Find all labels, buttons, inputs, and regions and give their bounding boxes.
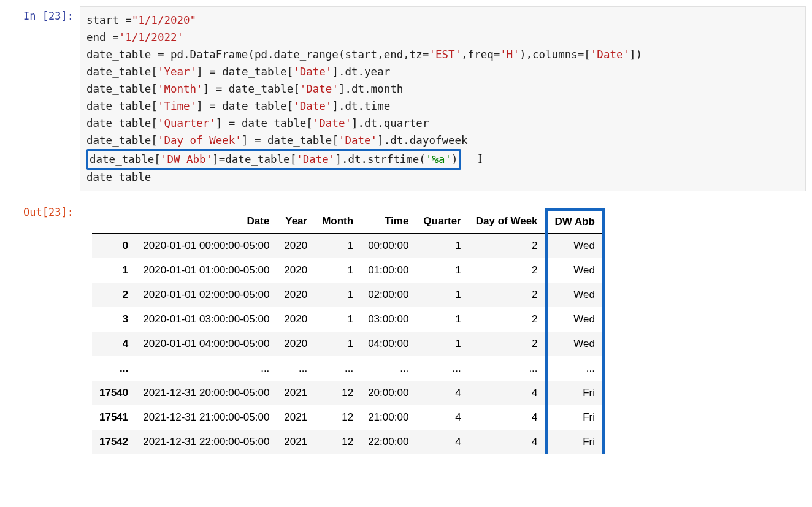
col-dayofweek: Day of Week: [469, 210, 546, 234]
table-row: 17540 2021-12-31 20:00:00-05:00 2021 12 …: [92, 381, 603, 405]
table-row: 17541 2021-12-31 21:00:00-05:00 2021 12 …: [92, 405, 603, 430]
code-editor[interactable]: start ="1/1/2020" end ='1/1/2022' date_t…: [80, 6, 806, 191]
table-row: 2 2020-01-01 02:00:00-05:00 2020 1 02:00…: [92, 283, 603, 307]
code-line-9-highlighted: date_table['DW Abb']=date_table['Date'].…: [86, 153, 482, 166]
col-year: Year: [277, 210, 315, 234]
table-row: 1 2020-01-01 01:00:00-05:00 2020 1 01:00…: [92, 258, 603, 283]
input-cell: In [23]: start ="1/1/2020" end ='1/1/202…: [6, 6, 806, 191]
table-row: 3 2020-01-01 03:00:00-05:00 2020 1 03:00…: [92, 307, 603, 332]
row-index: 17541: [92, 405, 136, 430]
input-prompt: In [23]:: [6, 6, 80, 22]
output-cell: Out[23]: Date Year Month Time Quarter Da…: [6, 202, 806, 454]
code-line-10: date_table: [86, 171, 151, 183]
output-area: Date Year Month Time Quarter Day of Week…: [80, 202, 806, 454]
row-index: 17540: [92, 381, 136, 405]
col-month: Month: [315, 210, 361, 234]
code-line-6: date_table['Time'] = date_table['Date'].…: [86, 100, 390, 112]
text-cursor-icon: I: [478, 149, 483, 169]
col-dwabb: DW Abb: [546, 210, 603, 234]
row-index: 17542: [92, 430, 136, 454]
row-index: 0: [92, 234, 136, 259]
index-header: [92, 210, 136, 234]
code-line-1: start ="1/1/2020": [86, 14, 196, 26]
row-index: 4: [92, 332, 136, 356]
code-line-7: date_table['Quarter'] = date_table['Date…: [86, 117, 429, 129]
output-prompt: Out[23]:: [6, 202, 80, 218]
dataframe-table: Date Year Month Time Quarter Day of Week…: [92, 208, 605, 454]
row-index: 3: [92, 307, 136, 332]
col-time: Time: [361, 210, 416, 234]
code-line-3: date_table = pd.DataFrame(pd.date_range(…: [86, 48, 642, 61]
table-row-ellipsis: ... ... ... ... ... ... ... ...: [92, 356, 603, 381]
code-line-4: date_table['Year'] = date_table['Date'].…: [86, 66, 390, 78]
code-line-5: date_table['Month'] = date_table['Date']…: [86, 83, 403, 95]
col-quarter: Quarter: [416, 210, 468, 234]
row-index: 1: [92, 258, 136, 283]
table-header-row: Date Year Month Time Quarter Day of Week…: [92, 210, 603, 234]
code-line-2: end ='1/1/2022': [86, 31, 183, 44]
col-date: Date: [136, 210, 277, 234]
row-index: ...: [92, 356, 136, 381]
code-line-8: date_table['Day of Week'] = date_table['…: [86, 134, 468, 147]
table-row: 4 2020-01-01 04:00:00-05:00 2020 1 04:00…: [92, 332, 603, 356]
table-row: 17542 2021-12-31 22:00:00-05:00 2021 12 …: [92, 430, 603, 454]
table-row: 0 2020-01-01 00:00:00-05:00 2020 1 00:00…: [92, 234, 603, 259]
row-index: 2: [92, 283, 136, 307]
